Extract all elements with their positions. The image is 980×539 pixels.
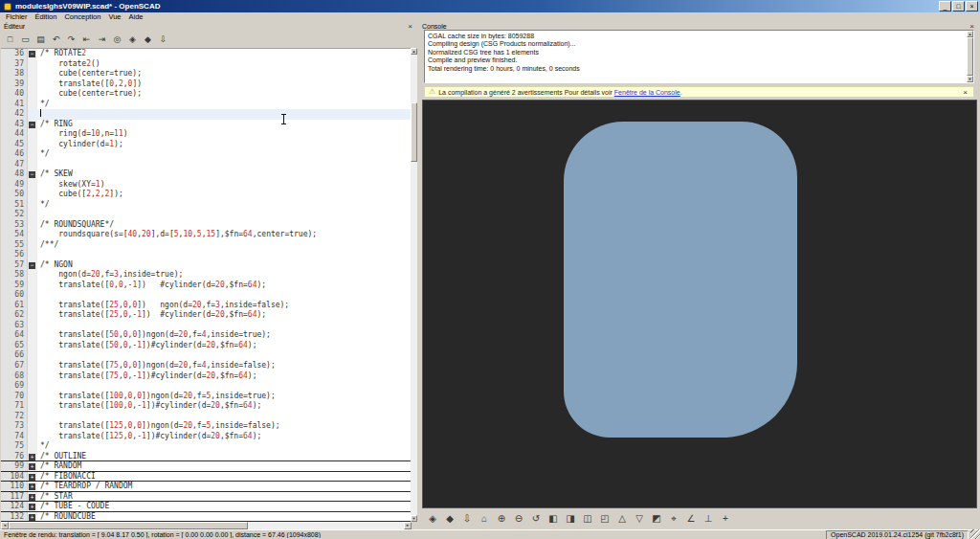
console-scroll-down-icon[interactable]: ▼ [967, 76, 973, 82]
code-line-41[interactable]: 41*/ [1, 100, 412, 110]
code-line-110[interactable]: 110+/* TEARDROP / RANDOM [1, 482, 412, 492]
close-button[interactable]: × [966, 1, 978, 11]
console-scrollbar[interactable]: ▲ ▼ [967, 31, 973, 82]
fold-marker-icon[interactable]: − [28, 49, 37, 59]
orthogonal-view-icon[interactable]: ⊥ [701, 511, 716, 527]
fold-marker-icon[interactable]: − [28, 260, 37, 271]
code-line-37[interactable]: 37 rotate2() [1, 59, 412, 70]
top-view-icon[interactable]: △ [614, 511, 630, 527]
editor-vertical-scrollbar[interactable]: ▲ ▼ [411, 48, 417, 522]
minimize-button[interactable]: _ [939, 1, 951, 11]
menu-item-1[interactable]: Édition [32, 12, 61, 22]
console-window-link[interactable]: Fenêtre de la Console [614, 89, 680, 96]
warning-close-icon[interactable]: × [961, 88, 969, 97]
3d-viewport[interactable] [422, 100, 977, 508]
scroll-left-icon[interactable]: ◄ [1, 522, 9, 529]
show-axes-icon[interactable]: + [718, 511, 733, 527]
code-line-42[interactable]: 42 [1, 109, 412, 120]
preview-icon[interactable]: ◈ [125, 33, 140, 47]
menu-item-4[interactable]: Aide [124, 12, 146, 22]
code-line-72[interactable]: 72 [1, 412, 412, 422]
editor-horizontal-scrollbar[interactable]: ◄ ► [1, 522, 412, 529]
code-line-38[interactable]: 38 cube(center=true); [1, 69, 412, 79]
code-line-48[interactable]: 48−/* SKEW [1, 169, 412, 180]
fold-marker-icon[interactable]: − [28, 169, 37, 180]
save-file-icon[interactable]: ▤ [33, 33, 48, 47]
code-line-46[interactable]: 46*/ [1, 149, 412, 160]
editor-close-icon[interactable]: × [406, 23, 414, 31]
code-line-66[interactable]: 66 [1, 350, 412, 361]
find-icon[interactable]: ◎ [110, 33, 124, 47]
code-line-56[interactable]: 56 [1, 250, 412, 260]
right-view-icon[interactable]: ◨ [563, 511, 578, 527]
code-line-63[interactable]: 63 [1, 321, 412, 331]
code-line-64[interactable]: 64 translate([50,0,0])ngon(d=20,f=4,insi… [1, 330, 412, 341]
menu-item-0[interactable]: Fichier [2, 12, 32, 22]
console-scrollbar-thumb[interactable] [967, 37, 973, 76]
code-line-117[interactable]: 117+/* STAR [1, 492, 412, 503]
center-view-icon[interactable]: ⌖ [666, 511, 681, 527]
code-line-76[interactable]: 76+/* OUTLINE [1, 452, 412, 462]
redo-icon[interactable]: ↷ [64, 33, 78, 47]
code-line-55[interactable]: 55/**/ [1, 240, 412, 251]
code-line-39[interactable]: 39 translate([0,2,0]) [1, 79, 412, 90]
code-line-73[interactable]: 73 translate([125,0,0])ngon(d=20,f=5,ins… [1, 421, 412, 432]
code-line-51[interactable]: 51*/ [1, 200, 412, 211]
open-file-icon[interactable]: ▭ [18, 33, 33, 47]
menu-item-2[interactable]: Conception [60, 12, 104, 22]
fold-marker-icon[interactable]: + [28, 461, 37, 471]
code-line-67[interactable]: 67 translate([75,0,0])ngon(d=20,f=4,insi… [1, 361, 412, 371]
export-stl-icon[interactable]: ⇩ [156, 33, 170, 47]
code-line-53[interactable]: 53/* ROUNDSQUARE*/ [1, 220, 412, 231]
code-line-59[interactable]: 59 translate([0,0,-1]) #cylinder(d=20,$f… [1, 281, 412, 291]
code-line-69[interactable]: 69 [1, 381, 412, 392]
code-line-58[interactable]: 58 ngon(d=20,f=3,inside=true); [1, 270, 412, 281]
code-line-36[interactable]: 36−/* ROTATE2 [1, 49, 412, 59]
bottom-view-icon[interactable]: ▽ [632, 511, 647, 527]
code-line-132[interactable]: 132+/* ROUNDCUBE [1, 512, 412, 522]
code-line-50[interactable]: 50 cube([2,2,2]); [1, 190, 412, 200]
render-icon[interactable]: ◆ [141, 33, 155, 47]
render-icon[interactable]: ◆ [442, 511, 457, 527]
menu-item-3[interactable]: Vue [104, 12, 124, 22]
code-line-45[interactable]: 45 cylinder(d=1); [1, 140, 412, 150]
reset-view-icon[interactable]: ↺ [528, 511, 544, 527]
code-line-40[interactable]: 40 cube(center=true); [1, 89, 412, 100]
code-line-49[interactable]: 49 skew(XY=1) [1, 180, 412, 191]
code-line-60[interactable]: 60 [1, 290, 412, 301]
vertical-scrollbar-thumb[interactable] [411, 102, 417, 162]
fold-marker-icon[interactable]: + [28, 472, 37, 482]
code-line-44[interactable]: 44 ring(d=10,n=11) [1, 129, 412, 140]
console-box[interactable]: CGAL cache size in bytes: 8059288Compili… [424, 30, 974, 83]
preview-icon[interactable]: ◈ [425, 511, 440, 527]
fold-marker-icon[interactable]: + [28, 452, 37, 461]
view-all-icon[interactable]: ⌂ [477, 511, 492, 527]
code-line-70[interactable]: 70 translate([100,0,0])ngon(d=20,f=5,ins… [1, 392, 412, 402]
fold-marker-icon[interactable]: + [28, 492, 37, 502]
undo-icon[interactable]: ↶ [49, 33, 63, 47]
indent-icon[interactable]: ⇥ [95, 33, 109, 47]
title-bar[interactable]: moduleslghsV09WIP.scad* - OpenSCAD _ □ × [0, 0, 980, 12]
horizontal-scrollbar-thumb[interactable] [9, 522, 248, 529]
fold-marker-icon[interactable]: + [28, 512, 37, 522]
export-stl-icon[interactable]: ⇩ [459, 511, 475, 527]
code-line-57[interactable]: 57−/* NGON [1, 260, 412, 271]
code-line-43[interactable]: 43−/* RING [1, 120, 412, 130]
perspective-view-icon[interactable]: ∠ [683, 511, 699, 527]
left-view-icon[interactable]: ◧ [546, 511, 561, 527]
code-line-104[interactable]: 104+/* FIBONACCI [1, 472, 412, 483]
fold-marker-icon[interactable]: + [28, 502, 37, 511]
back-view-icon[interactable]: ◰ [597, 511, 612, 527]
fold-marker-icon[interactable]: + [28, 482, 37, 491]
code-line-124[interactable]: 124+/* TUBE - COUDE [1, 502, 412, 512]
unindent-icon[interactable]: ⇤ [79, 33, 94, 47]
code-line-65[interactable]: 65 translate([50,0,-1])#cylinder(d=20,$f… [1, 341, 412, 351]
code-line-47[interactable]: 47 [1, 160, 412, 170]
scroll-right-icon[interactable]: ► [404, 522, 412, 529]
zoom-out-icon[interactable]: ⊖ [511, 511, 526, 527]
diagonal-view-icon[interactable]: ◩ [649, 511, 664, 527]
code-line-62[interactable]: 62 translate([25,0,-1]) #cylinder(d=20,$… [1, 310, 412, 321]
fold-marker-icon[interactable]: − [28, 120, 37, 130]
scroll-down-icon[interactable]: ▼ [411, 515, 417, 522]
resize-grip[interactable] [970, 529, 980, 539]
